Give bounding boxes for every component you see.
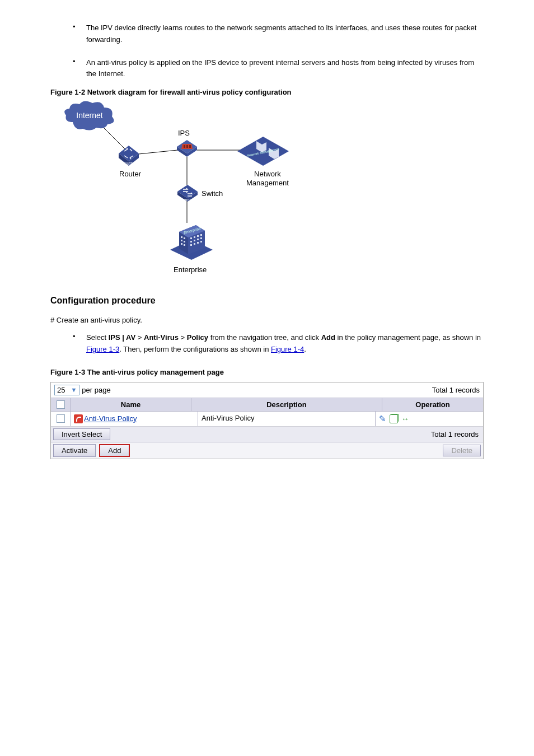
svg-rect-45 xyxy=(200,237,202,239)
policy-icon xyxy=(74,414,83,423)
invert-select-button[interactable]: Invert Select xyxy=(53,428,110,440)
internet-cloud-icon: Internet xyxy=(62,100,118,133)
router-label: Router xyxy=(119,170,141,178)
header-description: Description xyxy=(191,398,382,411)
svg-rect-40 xyxy=(197,235,199,237)
per-page-label: per page xyxy=(82,386,110,394)
step-instruction: Select IPS | AV > Anti-Virus > Policy fr… xyxy=(86,332,484,356)
svg-text:ROUTER: ROUTER xyxy=(123,162,135,165)
table-row: Anti-Virus Policy Anti-Virus Policy ✎ ↔ xyxy=(51,412,483,427)
ips-icon xyxy=(176,139,198,160)
figure-2-caption: Figure 1-3 The anti-virus policy managem… xyxy=(50,368,484,376)
bullet: • xyxy=(73,57,86,81)
total-records-top: Total 1 records xyxy=(432,386,480,394)
figure-1-4-link[interactable]: Figure 1-4 xyxy=(271,345,304,353)
bullet: • xyxy=(73,332,86,356)
svg-rect-16 xyxy=(189,145,191,148)
row-checkbox[interactable] xyxy=(57,414,65,423)
switch-icon: SWITCH xyxy=(176,184,199,204)
enterprise-icon: Enterprise xyxy=(168,217,215,264)
svg-line-1 xyxy=(139,150,177,154)
svg-rect-47 xyxy=(194,243,195,245)
header-name: Name xyxy=(71,398,191,411)
select-all-checkbox[interactable] xyxy=(57,400,65,409)
chevron-down-icon: ▼ xyxy=(71,386,77,393)
svg-text:Internet: Internet xyxy=(76,111,103,120)
per-page-select[interactable]: 25 ▼ xyxy=(54,385,79,395)
row-description: Anti-Virus Policy xyxy=(198,412,376,426)
svg-rect-33 xyxy=(184,237,185,239)
svg-rect-46 xyxy=(190,244,192,246)
step-lead: # Create an anti-virus policy. xyxy=(50,316,484,324)
apply-icon[interactable]: ↔ xyxy=(401,414,409,423)
svg-rect-35 xyxy=(184,241,185,242)
svg-rect-15 xyxy=(186,145,188,148)
svg-rect-14 xyxy=(184,145,185,148)
policy-table: 25 ▼ per page Total 1 records Name Descr… xyxy=(50,382,484,459)
svg-rect-43 xyxy=(194,240,195,241)
svg-rect-32 xyxy=(181,236,182,238)
svg-rect-36 xyxy=(181,243,182,245)
svg-rect-42 xyxy=(190,241,192,242)
table-header: Name Description Operation xyxy=(51,398,483,412)
svg-rect-41 xyxy=(200,234,202,236)
configuration-procedure-heading: Configuration procedure xyxy=(50,296,484,306)
network-management-icon: Network Management xyxy=(235,133,291,171)
figure-1-3-link[interactable]: Figure 1-3 xyxy=(86,345,119,353)
per-page-value: 25 xyxy=(57,386,65,394)
bullet-text-2: An anti-virus policy is applied on the I… xyxy=(86,57,484,81)
enterprise-label: Enterprise xyxy=(174,265,207,274)
svg-rect-49 xyxy=(200,241,202,242)
bullet: • xyxy=(73,22,86,46)
svg-rect-34 xyxy=(181,240,182,241)
network-diagram: Internet IPS ROUTER Router xyxy=(50,100,484,279)
router-icon: ROUTER xyxy=(116,143,141,170)
delete-button[interactable]: Delete xyxy=(443,445,481,456)
header-operation: Operation xyxy=(382,398,483,411)
svg-rect-44 xyxy=(197,239,199,240)
policy-name-link[interactable]: Anti-Virus Policy xyxy=(84,414,137,423)
figure-1-caption: Figure 1-2 Network diagram for firewall … xyxy=(50,88,484,96)
svg-text:SWITCH: SWITCH xyxy=(182,199,193,202)
switch-label: Switch xyxy=(202,189,223,198)
bullet-text-1: The IPV device directly learns routes to… xyxy=(86,22,484,46)
activate-button[interactable]: Activate xyxy=(53,444,96,457)
svg-rect-37 xyxy=(184,244,185,246)
network-management-label: Network Management xyxy=(246,170,289,187)
add-button[interactable]: Add xyxy=(99,444,130,457)
svg-rect-48 xyxy=(197,242,199,244)
edit-icon[interactable]: ✎ xyxy=(379,414,386,424)
svg-rect-38 xyxy=(190,237,192,239)
ips-label: IPS xyxy=(178,129,190,137)
total-records-bottom: Total 1 records xyxy=(427,428,483,441)
copy-icon[interactable] xyxy=(390,414,398,423)
svg-rect-39 xyxy=(194,236,195,238)
